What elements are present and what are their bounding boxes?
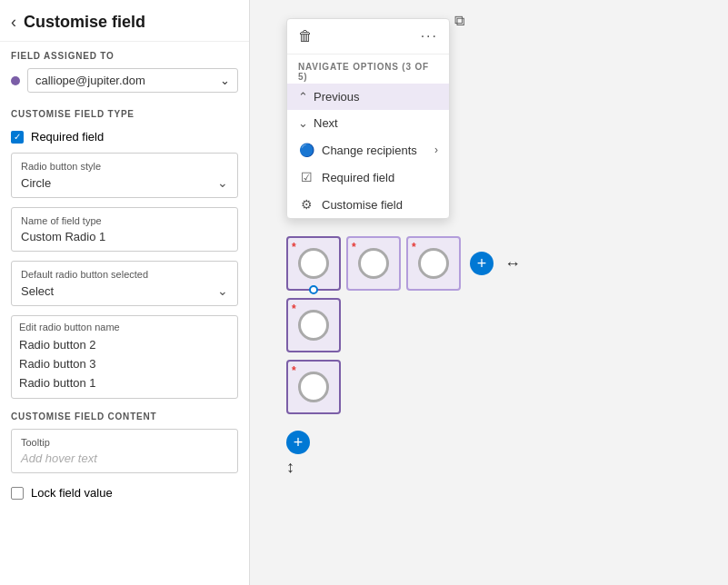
resize-horizontal-icon[interactable]: ↔ — [504, 254, 521, 273]
radio-style-select[interactable]: Circle ⌄ — [21, 175, 228, 190]
sliders-icon: ⚙ — [298, 197, 314, 212]
arrow-right-icon: › — [434, 144, 438, 156]
panel-title: Customise field — [24, 13, 145, 32]
list-item: Radio button 2 — [19, 336, 230, 355]
left-panel: ‹ Customise field FIELD ASSIGNED TO call… — [0, 0, 250, 585]
required-asterisk-icon: * — [412, 241, 416, 253]
radio-row-2: * — [286, 298, 341, 352]
radio-cell-1-1[interactable]: * — [286, 236, 341, 291]
add-column-button[interactable]: + — [470, 252, 494, 275]
radio-cell-2-1[interactable]: * — [286, 298, 341, 352]
menu-item-change-recipients[interactable]: 🔵 Change recipients › — [287, 136, 449, 164]
lock-field-label: Lock field value — [31, 486, 113, 500]
name-of-field-label: Name of field type — [21, 215, 228, 226]
radio-circle-icon — [358, 248, 389, 279]
assigned-email-select[interactable]: calliope@jupiter.dom ⌄ — [27, 68, 238, 93]
chevron-down-icon: ⌄ — [298, 116, 308, 130]
menu-item-required-field[interactable]: ☑ Required field — [287, 164, 449, 191]
change-recipients-label: Change recipients — [322, 144, 417, 157]
required-field-row: ✓ Required field — [11, 123, 238, 153]
resize-vertical-icon[interactable]: ↕ — [286, 458, 294, 477]
radio-cell-3-1[interactable]: * — [286, 360, 341, 414]
default-radio-box: Default radio button selected Select ⌄ — [11, 261, 238, 306]
copy-icon: ⧉ — [454, 13, 464, 28]
edit-radio-name-label: Edit radio button name — [19, 322, 230, 332]
radio-cell-1-3[interactable]: * — [406, 236, 461, 291]
radio-cell-1-2[interactable]: * — [346, 236, 401, 291]
radio-circle-icon — [298, 310, 329, 341]
radio-row-3: * — [286, 360, 341, 414]
required-checkbox[interactable]: ✓ — [11, 131, 24, 144]
next-label: Next — [314, 116, 338, 130]
default-radio-chevron-icon: ⌄ — [217, 283, 228, 298]
navigate-options-label: NAVIGATE OPTIONS (3 OF 5) — [287, 55, 449, 84]
tooltip-box: Tooltip Add hover text — [11, 429, 238, 473]
tooltip-input[interactable]: Add hover text — [21, 451, 228, 465]
list-item: Radio button 1 — [19, 374, 230, 393]
content-section: CUSTOMISE FIELD CONTENT Tooltip Add hove… — [0, 408, 249, 482]
default-radio-value: Select — [21, 284, 54, 298]
radio-row-1: * * * + ↔ — [286, 236, 521, 291]
dot-purple-icon: 🔵 — [298, 143, 314, 157]
add-row-area: + ↕ — [286, 423, 310, 477]
field-assigned-to-label: FIELD ASSIGNED TO — [0, 42, 249, 64]
purple-dot-icon — [11, 76, 20, 85]
lock-row: Lock field value — [0, 482, 249, 503]
default-radio-select[interactable]: Select ⌄ — [21, 283, 228, 298]
back-button[interactable]: ‹ — [11, 13, 16, 32]
menu-item-previous[interactable]: ⌃ Previous — [287, 84, 449, 110]
radio-style-label: Radio button style — [21, 161, 228, 172]
required-field-label: Required field — [31, 130, 104, 144]
checkbox-icon: ☑ — [298, 170, 314, 184]
menu-item-customise-field[interactable]: ⚙ Customise field — [287, 191, 449, 218]
blue-dot-icon — [309, 285, 318, 294]
add-row-button[interactable]: + — [286, 431, 310, 454]
assigned-to-row: calliope@jupiter.dom ⌄ — [0, 64, 249, 100]
back-icon: ‹ — [11, 13, 16, 32]
required-asterisk-icon: * — [292, 364, 296, 377]
required-asterisk-icon: * — [292, 241, 296, 253]
name-of-field-input[interactable] — [21, 230, 228, 243]
required-asterisk-icon: * — [352, 241, 356, 253]
radio-circle-icon — [298, 372, 329, 402]
required-field-menu-label: Required field — [322, 171, 394, 184]
required-asterisk-icon: * — [292, 302, 296, 315]
chevron-down-icon: ⌄ — [220, 74, 230, 87]
panel-header: ‹ Customise field — [0, 0, 249, 42]
previous-label: Previous — [314, 90, 360, 104]
radio-list-scroll[interactable]: Radio button 2 Radio button 3 Radio butt… — [19, 336, 230, 392]
tooltip-label: Tooltip — [21, 437, 228, 448]
list-item: Radio button 3 — [19, 355, 230, 374]
radio-buttons-list: Edit radio button name Radio button 2 Ra… — [11, 315, 238, 399]
menu-top-row: 🗑 ··· — [287, 19, 449, 55]
more-options-icon[interactable]: ··· — [421, 28, 438, 45]
chevron-up-icon: ⌃ — [298, 90, 308, 104]
customise-field-type-section: CUSTOMISE FIELD TYPE ✓ Required field Ra… — [0, 100, 249, 408]
radio-style-chevron-icon: ⌄ — [217, 175, 228, 190]
radio-style-box: Radio button style Circle ⌄ — [11, 153, 238, 198]
radio-circle-icon — [298, 248, 329, 279]
radio-circle-icon — [418, 248, 449, 279]
navigate-dropdown-menu: 🗑 ··· NAVIGATE OPTIONS (3 OF 5) ⌃ Previo… — [286, 18, 450, 219]
menu-item-next[interactable]: ⌄ Next — [287, 110, 449, 136]
customise-content-label: CUSTOMISE FIELD CONTENT — [11, 411, 238, 421]
default-radio-label: Default radio button selected — [21, 269, 228, 280]
customise-type-label: CUSTOMISE FIELD TYPE — [11, 100, 238, 123]
check-icon: ✓ — [14, 132, 21, 142]
copy-button[interactable]: ⧉ — [454, 13, 464, 29]
lock-checkbox[interactable] — [11, 487, 24, 500]
radio-grid-container: * * * + ↔ * * — [286, 236, 521, 477]
trash-icon[interactable]: 🗑 — [298, 28, 313, 45]
assigned-email-value: calliope@jupiter.dom — [35, 74, 145, 87]
radio-style-value: Circle — [21, 176, 51, 190]
name-of-field-box: Name of field type — [11, 207, 238, 252]
right-panel: 🗑 ··· NAVIGATE OPTIONS (3 OF 5) ⌃ Previo… — [250, 0, 728, 585]
customise-field-menu-label: Customise field — [322, 198, 403, 212]
